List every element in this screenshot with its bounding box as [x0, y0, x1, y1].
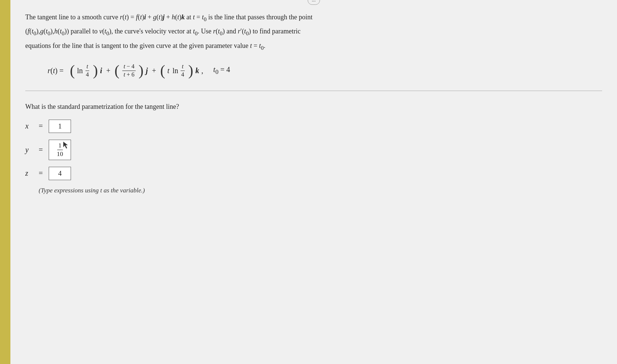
r-label: r(t) = [48, 66, 64, 75]
open-paren-3: ( [160, 63, 165, 78]
question-section: What is the standard parametrization for… [25, 103, 602, 194]
term2: t − 4 t + 6 [122, 63, 136, 79]
answer-row-y: y = 1 10 [25, 140, 602, 160]
unit-j: j [146, 66, 148, 75]
intro-line2: (f(t0),g(t0),h(t0)) parallel to v(t0), t… [25, 26, 583, 38]
unit-i: i [100, 66, 102, 75]
curve-equation: r(t) = ( ln t 4 ) i + ( t − 4 t + 6 ) j … [48, 63, 602, 79]
question-text: What is the standard parametrization for… [25, 103, 602, 111]
left-sidebar [0, 0, 10, 364]
t0-value: t0 = 4 [213, 65, 230, 76]
y-answer-box[interactable]: 1 10 [49, 140, 71, 160]
answer-row-z: z = 4 [25, 167, 602, 180]
term3: t ln t 4 [167, 63, 186, 79]
z-var-label: z [25, 169, 33, 178]
open-paren-2: ( [114, 63, 119, 78]
divider-dots: ... [308, 0, 320, 5]
y-var-label: y [25, 146, 33, 154]
comma: , [201, 66, 203, 75]
z-equals: = [39, 169, 43, 178]
section-divider [25, 91, 602, 91]
close-paren-1: ) [93, 63, 98, 78]
intro-line3: equations for the line that is tangent t… [25, 40, 583, 52]
answer-row-x: x = 1 [25, 120, 602, 133]
unit-k: k [196, 66, 199, 75]
intro-line1: The tangent line to a smooth curve r(t) … [25, 12, 583, 24]
type-note: (Type expressions using t as the variabl… [39, 187, 602, 194]
cursor-icon [62, 141, 69, 149]
problem-description: The tangent line to a smooth curve r(t) … [25, 12, 583, 52]
svg-marker-0 [63, 142, 68, 149]
z-answer-box[interactable]: 4 [49, 167, 71, 180]
close-paren-3: ) [188, 63, 193, 78]
y-equals: = [39, 146, 43, 154]
x-var-label: x [25, 122, 33, 130]
term1: ln t 4 [77, 63, 91, 79]
x-equals: = [39, 122, 43, 130]
main-content: The tangent line to a smooth curve r(t) … [10, 0, 617, 364]
open-paren-1: ( [70, 63, 75, 78]
close-paren-2: ) [139, 63, 143, 78]
x-answer-box[interactable]: 1 [49, 120, 71, 133]
